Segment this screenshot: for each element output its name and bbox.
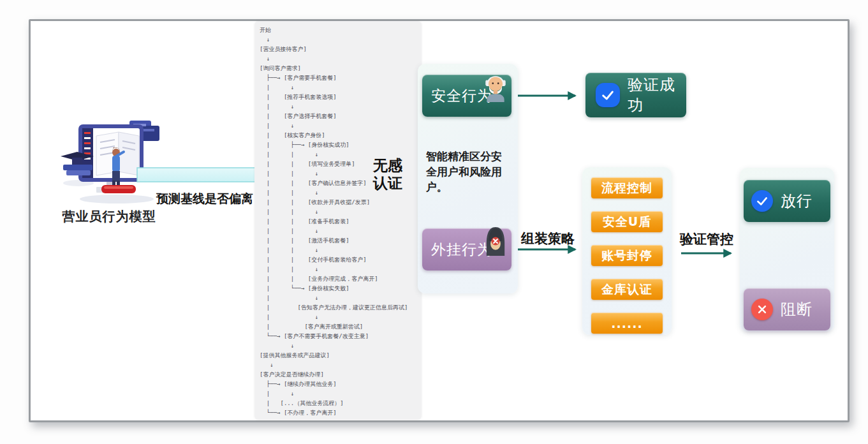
strategy-button: 安全U盾	[591, 211, 663, 232]
flowchart-line: | | ↓	[260, 207, 419, 217]
check-icon	[596, 83, 620, 107]
flowchart-line: ↓	[260, 35, 419, 45]
seamless-auth-label: 无感 认证	[373, 156, 402, 192]
hooded-hacker-avatar	[482, 226, 509, 256]
business-flowchart-panel: 开始 ↓[营业员接待客户] ↓[询问客户需求] ├──→ [客户需要手机套餐] …	[254, 21, 422, 420]
flowchart-line: | | ↓	[260, 226, 419, 236]
verify-success-label: 验证成功	[628, 75, 686, 115]
strategy-button: 账号封停	[591, 245, 663, 266]
flowchart-line: | [客户选择手机套餐]	[260, 112, 419, 121]
flowchart-line: | [告知客户无法办理，建议更正信息后再试]	[260, 303, 419, 313]
flowchart-line: | | [收款并开具收据/发票]	[260, 198, 419, 207]
classification-description: 智能精准区分安全用户和风险用户。	[426, 149, 510, 195]
flowchart-line: └──→ [不办理，客户离开]	[260, 408, 419, 418]
flowchart-line: | [推荐手机套装选项]	[260, 93, 419, 102]
flowchart-line: | | [交付手机套装给客户]	[260, 255, 419, 265]
flowchart-line: ↓	[260, 341, 419, 351]
flowchart-line: | | [准备手机套装]	[260, 217, 419, 226]
flowchart-line: | | [业务办理完成，客户离开]	[260, 274, 419, 284]
verify-success-node: 验证成功	[585, 73, 686, 117]
flowchart-line: | | [激活手机套餐]	[260, 236, 419, 246]
flowchart-line: | ↓	[260, 293, 419, 303]
block-label: 阻断	[781, 299, 813, 320]
flowchart-line: | [客户离开或重新尝试]	[260, 322, 419, 332]
elder-user-avatar	[482, 72, 509, 103]
safe-behavior-node: 安全行为	[422, 75, 511, 117]
allow-node: 放行	[744, 180, 830, 222]
flowchart-line: | [...（其他业务流程）]	[260, 399, 419, 408]
flowchart-line: | [核实客户身份]	[260, 131, 419, 140]
check-icon	[751, 190, 773, 212]
behavior-model-illustration	[54, 117, 168, 206]
flowchart-line: [提供其他服务或产品建议]	[260, 351, 419, 360]
flowchart-line: ├──→ [继续办理其他业务]	[260, 380, 419, 389]
prediction-arrow-label: 预测基线是否偏离	[156, 191, 253, 206]
slide-canvas: 营业员行为模型 预测基线是否偏离 开始 ↓[营业员接待客户]	[0, 0, 868, 444]
strategy-button: 金库认证	[591, 279, 663, 300]
flowchart-line: | | ↓	[260, 246, 419, 255]
flowchart-text: 开始 ↓[营业员接待客户] ↓[询问客户需求] ├──→ [客户需要手机套餐] …	[254, 21, 422, 418]
strategy-panel: 流程控制安全U盾账号封停金库认证......	[582, 167, 672, 335]
flowchart-line: ├──→ [客户需要手机套餐]	[260, 73, 419, 83]
flowchart-line: | ↓	[260, 83, 419, 93]
flowchart-line: | ↓	[260, 121, 419, 131]
strategy-button: 流程控制	[591, 177, 663, 198]
flowchart-line: | | ↓	[260, 265, 419, 274]
assemble-strategy-label: 组装策略	[521, 230, 575, 248]
flowchart-line: [营业员接待客户]	[260, 45, 419, 54]
strategy-button: ......	[591, 313, 663, 334]
flowchart-line: ↓	[260, 360, 419, 370]
verify-control-label: 验证管控	[680, 230, 733, 248]
flowchart-line: [客户决定是否继续办理]	[260, 370, 419, 380]
flowchart-line: 开始	[260, 26, 419, 35]
flowchart-line: | ↓	[260, 389, 419, 399]
model-caption: 营业员行为模型	[48, 208, 170, 225]
risk-behavior-node: 外挂行为	[422, 228, 511, 270]
flowchart-line: | ├──→ [身份核实成功]	[260, 140, 419, 150]
flowchart-line: ↓	[260, 54, 419, 64]
flowchart-line: └──→ [客户不需要手机套餐/改变主意]	[260, 332, 419, 341]
flowchart-line: [询问客户需求]	[260, 64, 419, 73]
flowchart-line: | └──→ [身份核实失败]	[260, 284, 419, 293]
cross-icon	[751, 299, 773, 320]
block-node: 阻断	[744, 288, 830, 330]
flowchart-line: | ↓	[260, 313, 419, 322]
flowchart-line: | ↓	[260, 102, 419, 112]
allow-label: 放行	[781, 191, 813, 211]
